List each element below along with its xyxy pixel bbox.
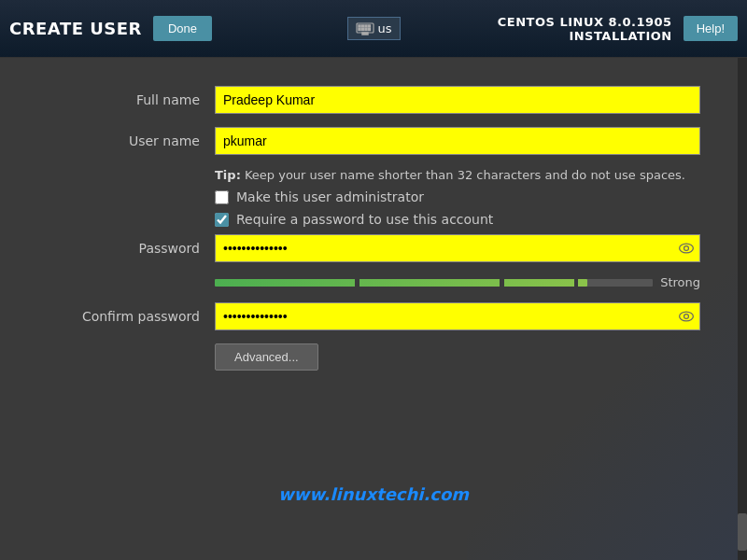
header: CREATE USER Done us [0, 0, 747, 58]
user-name-row: User name [47, 127, 700, 155]
svg-rect-1 [359, 25, 360, 27]
password-input[interactable] [215, 234, 700, 262]
user-name-input-wrap [215, 127, 700, 155]
user-name-label: User name [47, 133, 215, 148]
watermark: www.linuxtechi.com [278, 484, 469, 504]
full-name-input[interactable] [215, 86, 700, 114]
strength-fill [215, 279, 587, 287]
eye-icon [678, 240, 695, 257]
svg-rect-5 [359, 28, 360, 30]
keyboard-indicator[interactable]: us [347, 17, 401, 40]
require-password-checkbox[interactable] [215, 213, 229, 227]
full-name-label: Full name [47, 92, 215, 107]
scrollbar-thumb[interactable] [738, 513, 747, 551]
svg-point-11 [684, 246, 689, 251]
full-name-row: Full name [47, 86, 700, 114]
tip-row: Tip: Keep your user name shorter than 32… [47, 168, 700, 182]
full-name-input-wrap [215, 86, 700, 114]
locale-display: us [378, 21, 392, 35]
help-button[interactable]: Help! [684, 16, 738, 41]
make-admin-row: Make this user administrator [47, 189, 700, 204]
confirm-password-row: Confirm password [47, 302, 700, 330]
svg-rect-2 [361, 25, 363, 27]
svg-point-13 [684, 315, 689, 319]
tip-content: Keep your user name shorter than 32 char… [241, 168, 685, 182]
header-center: us [347, 17, 401, 40]
strength-label: Strong [660, 275, 700, 289]
tip-bold: Tip: [215, 168, 241, 182]
confirm-password-label: Confirm password [47, 309, 215, 324]
svg-rect-8 [368, 28, 370, 30]
main-content: Full name User name Tip: Keep your user … [0, 58, 747, 560]
password-eye-button[interactable] [678, 240, 695, 257]
make-admin-text: Make this user administrator [236, 189, 424, 204]
password-row: Password [47, 234, 700, 262]
header-left: CREATE USER Done [9, 16, 347, 41]
page-title: CREATE USER [9, 19, 142, 38]
svg-rect-6 [361, 28, 363, 30]
header-right: CENTOS LINUX 8.0.1905 INSTALLATION Help! [401, 15, 739, 43]
confirm-password-input[interactable] [215, 302, 700, 330]
make-admin-checkbox[interactable] [215, 190, 229, 204]
strength-bar-container: Strong [215, 275, 700, 289]
tip-text: Tip: Keep your user name shorter than 32… [215, 168, 685, 182]
user-name-input[interactable] [215, 127, 700, 155]
confirm-eye-button[interactable] [678, 308, 695, 325]
require-password-text: Require a password to use this account [236, 212, 493, 227]
advanced-button[interactable]: Advanced... [215, 343, 318, 371]
svg-point-10 [680, 244, 694, 253]
confirm-eye-icon [678, 308, 695, 325]
advanced-spacer [47, 343, 215, 371]
install-title: CENTOS LINUX 8.0.1905 INSTALLATION [401, 15, 672, 43]
password-label: Password [47, 241, 215, 256]
advanced-row: Advanced... [47, 343, 700, 371]
svg-rect-3 [365, 25, 367, 27]
password-input-wrap [215, 234, 700, 262]
create-user-form: Full name User name Tip: Keep your user … [47, 86, 700, 371]
scrollbar[interactable] [738, 58, 747, 560]
strength-row: Strong [47, 275, 700, 289]
keyboard-icon [356, 22, 374, 35]
svg-rect-9 [362, 33, 368, 35]
strength-bar [215, 279, 653, 287]
require-password-row: Require a password to use this account [47, 212, 700, 227]
svg-rect-7 [365, 28, 367, 30]
done-button[interactable]: Done [153, 16, 212, 41]
tip-spacer [47, 168, 215, 182]
confirm-password-input-wrap [215, 302, 700, 330]
svg-rect-4 [368, 25, 370, 27]
require-password-label[interactable]: Require a password to use this account [215, 212, 493, 227]
svg-point-12 [680, 312, 694, 321]
make-admin-label[interactable]: Make this user administrator [215, 189, 424, 204]
